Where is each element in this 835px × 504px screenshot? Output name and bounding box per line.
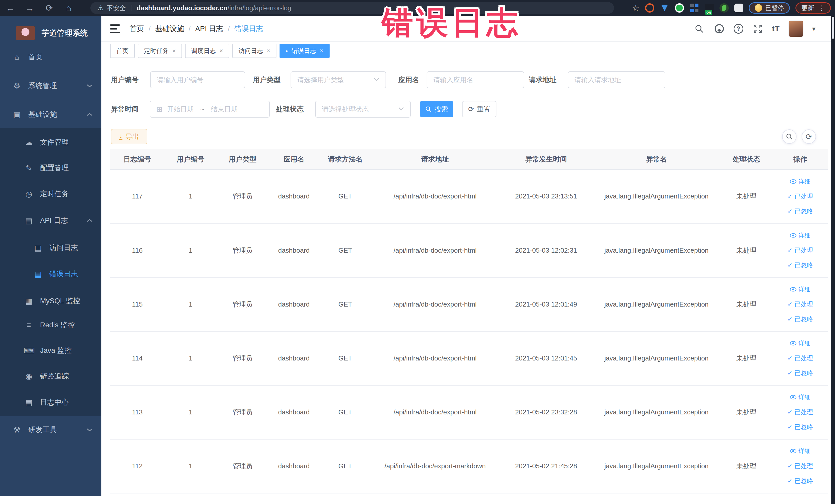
export-button[interactable]: ↓ 导出 — [111, 129, 147, 144]
sidebar-item-mysql-monitor[interactable]: ▦ MySQL 监控 — [0, 288, 101, 313]
tab-label: 定时任务 — [144, 47, 169, 55]
sidebar-item-log-center[interactable]: ▤ 日志中心 — [0, 390, 101, 415]
sidebar-item-config-management[interactable]: ✎ 配置管理 — [0, 156, 101, 180]
bookmark-star-icon[interactable]: ☆ — [632, 3, 639, 13]
help-icon[interactable]: ? — [734, 24, 744, 34]
address-bar[interactable]: ⚠ 不安全 dashboard.yudao.iocoder.cn /infra/… — [90, 2, 614, 14]
mark-processed-link[interactable]: ✓已处理 — [787, 300, 813, 308]
mark-ignored-link[interactable]: ✓已忽略 — [787, 315, 813, 323]
sidebar-item-trace[interactable]: ◉ 链路追踪 — [0, 364, 101, 388]
sidebar-item-file-management[interactable]: ☁ 文件管理 — [0, 130, 101, 155]
sidebar-item-scheduled-jobs[interactable]: ◷ 定时任务 — [0, 182, 101, 206]
browser-forward-button[interactable]: → — [23, 0, 37, 16]
close-icon[interactable]: × — [172, 47, 176, 55]
fullscreen-icon[interactable] — [752, 23, 763, 35]
detail-link[interactable]: 详细 — [790, 231, 811, 240]
browser-update-button[interactable]: 更新 ⋮ — [795, 2, 831, 14]
mark-ignored-link[interactable]: ✓已忽略 — [787, 369, 813, 377]
sidebar-logo[interactable]: 芋道管理系统 — [0, 22, 101, 45]
app-name-label: 应用名 — [399, 72, 419, 88]
page-scrollbar[interactable] — [831, 16, 835, 504]
sidebar-collapse-button[interactable] — [110, 24, 120, 33]
extension-switch-icon[interactable]: on — [705, 3, 714, 13]
detail-link[interactable]: 详细 — [790, 339, 811, 347]
sidebar-item-home[interactable]: ⌂ 首页 — [0, 45, 101, 69]
detail-link[interactable]: 详细 — [790, 447, 811, 455]
extension-green-icon[interactable] — [675, 3, 684, 13]
mark-processed-link[interactable]: ✓已处理 — [787, 246, 813, 255]
row-actions: 详细 ✓已处理 ✓已忽略 — [775, 447, 826, 485]
cell-user-id: 1 — [164, 385, 217, 439]
user-id-input[interactable] — [150, 72, 245, 88]
extension-adblock-icon[interactable] — [645, 3, 654, 13]
scrollbar-thumb[interactable] — [832, 17, 834, 39]
doc-icon: ▤ — [33, 243, 43, 253]
sidebar-item-label: 研发工具 — [28, 425, 57, 435]
tab-access-log[interactable]: 访问日志 × — [232, 44, 277, 58]
java-monitor-icon: ⌨ — [24, 346, 34, 355]
app-name-field[interactable] — [433, 76, 517, 84]
reload-icon: ⟳ — [46, 3, 53, 13]
search-button[interactable]: 搜索 — [420, 101, 453, 117]
close-icon[interactable]: × — [220, 47, 223, 55]
detail-link[interactable]: 详细 — [790, 177, 811, 186]
toggle-search-button[interactable] — [782, 129, 796, 144]
tab-home[interactable]: 首页 — [110, 44, 135, 58]
breadcrumb-infrastructure[interactable]: 基础设施 — [155, 24, 184, 34]
extension-grid-icon[interactable] — [690, 3, 699, 13]
browser-reload-button[interactable]: ⟳ — [42, 0, 57, 16]
browser-home-button[interactable]: ⌂ — [62, 0, 76, 16]
extensions-puzzle-icon[interactable] — [734, 4, 743, 12]
user-avatar[interactable] — [789, 21, 803, 37]
reset-button[interactable]: ⟳ 重置 — [462, 101, 496, 117]
request-url-input[interactable] — [568, 72, 665, 88]
cell-exception-time: 2021-05-02 21:45:28 — [499, 439, 593, 493]
extension-shield-icon[interactable] — [660, 3, 669, 13]
tab-schedule-log[interactable]: 调度日志 × — [185, 44, 229, 58]
breadcrumb-api-log[interactable]: API 日志 — [195, 24, 223, 34]
user-type-select[interactable]: 请选择用户类型 — [290, 72, 386, 88]
date-range-picker[interactable]: ⊞ 开始日期 ~ 结束日期 — [150, 101, 270, 118]
mark-processed-link[interactable]: ✓已处理 — [787, 408, 813, 416]
extension-plant-icon[interactable] — [719, 3, 729, 13]
url-domain: dashboard.yudao.iocoder.cn — [137, 4, 227, 12]
mark-ignored-link[interactable]: ✓已忽略 — [787, 423, 813, 431]
mark-ignored-link[interactable]: ✓已忽略 — [787, 477, 813, 485]
mark-processed-link[interactable]: ✓已处理 — [787, 192, 813, 201]
close-icon[interactable]: × — [320, 47, 323, 55]
close-icon[interactable]: × — [267, 47, 270, 55]
refresh-table-button[interactable]: ⟳ — [802, 129, 816, 144]
mark-processed-link[interactable]: ✓已处理 — [787, 354, 813, 362]
sidebar-item-error-log[interactable]: ▤ 错误日志 — [0, 262, 101, 286]
detail-link[interactable]: 详细 — [790, 285, 811, 294]
sidebar-item-system[interactable]: ⚙ 系统管理 — [0, 74, 101, 98]
sidebar-item-dev-tools[interactable]: ⚒ 研发工具 — [0, 418, 101, 442]
breadcrumb-home[interactable]: 首页 — [130, 24, 144, 34]
app-name-input[interactable] — [427, 72, 524, 88]
sidebar-item-api-log[interactable]: ▤ API 日志 — [0, 208, 101, 233]
sidebar-item-access-log[interactable]: ▤ 访问日志 — [0, 236, 101, 260]
user-type-label: 用户类型 — [253, 72, 281, 88]
tab-scheduled-jobs[interactable]: 定时任务 × — [138, 44, 182, 58]
browser-profile-chip[interactable]: 已暂停 — [749, 2, 790, 14]
font-size-icon[interactable]: tT — [772, 24, 780, 33]
browser-menu-icon[interactable]: ⋮ — [818, 4, 825, 12]
detail-link[interactable]: 详细 — [790, 393, 811, 401]
sidebar-item-java-monitor[interactable]: ⌨ Java 监控 — [0, 338, 101, 363]
header-actions: ? tT ▾ — [694, 16, 815, 42]
sidebar-item-infrastructure[interactable]: ▣ 基础设施 — [0, 102, 101, 127]
error-log-table: 日志编号 用户编号 用户类型 应用名 请求方法名 请求地址 异常发生时间 异常名… — [110, 149, 828, 493]
sidebar-item-redis-monitor[interactable]: ≡ Redis 监控 — [0, 313, 101, 337]
github-icon[interactable] — [714, 23, 725, 35]
process-status-select[interactable]: 请选择处理状态 — [315, 101, 411, 118]
mark-ignored-link[interactable]: ✓已忽略 — [787, 207, 813, 216]
avatar-caret-icon[interactable]: ▾ — [812, 25, 815, 33]
request-url-field[interactable] — [574, 76, 659, 84]
mark-processed-link[interactable]: ✓已处理 — [787, 462, 813, 470]
gear-icon: ⚙ — [12, 81, 22, 90]
browser-back-button[interactable]: ← — [3, 0, 18, 16]
header-search-icon[interactable] — [694, 23, 705, 35]
user-id-field[interactable] — [157, 76, 239, 84]
tab-error-log[interactable]: ● 错误日志 × — [280, 44, 329, 58]
mark-ignored-link[interactable]: ✓已忽略 — [787, 261, 813, 269]
